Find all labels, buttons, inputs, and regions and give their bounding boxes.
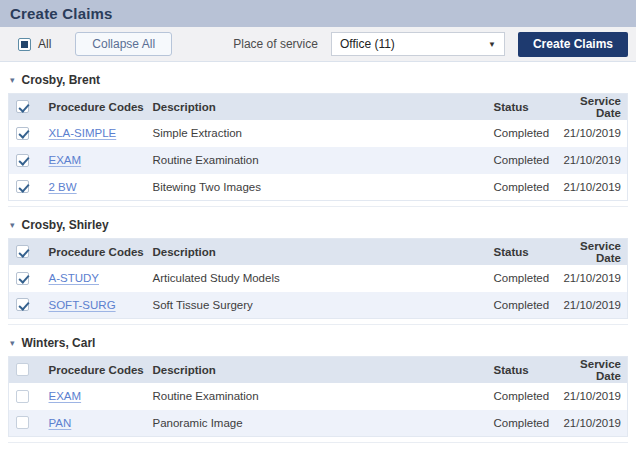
- procedure-service-date: 21/10/2019: [556, 383, 628, 410]
- claims-table: Procedure Codes Description Status Servi…: [8, 356, 628, 437]
- col-procedure-codes: Procedure Codes: [49, 239, 153, 265]
- collapse-all-button[interactable]: Collapse All: [75, 32, 172, 56]
- group-divider: [8, 324, 628, 325]
- patient-name: Crosby, Shirley: [22, 218, 109, 232]
- page-title: Create Claims: [10, 5, 113, 22]
- procedure-description: Soft Tissue Surgery: [153, 292, 494, 319]
- col-procedure-codes: Procedure Codes: [49, 94, 153, 120]
- col-procedure-codes: Procedure Codes: [49, 357, 153, 383]
- procedure-code-link[interactable]: EXAM: [49, 390, 82, 402]
- place-of-service-label: Place of service: [233, 37, 318, 51]
- procedure-status: Completed: [494, 292, 556, 319]
- col-status: Status: [494, 239, 556, 265]
- table-header-row: Procedure Codes Description Status Servi…: [9, 94, 628, 120]
- col-description: Description: [153, 239, 494, 265]
- claims-table: Procedure Codes Description Status Servi…: [8, 93, 628, 201]
- col-description: Description: [153, 94, 494, 120]
- procedure-status: Completed: [494, 383, 556, 410]
- select-all-label: All: [38, 37, 51, 51]
- procedure-status: Completed: [494, 265, 556, 292]
- row-checkbox[interactable]: [16, 416, 29, 429]
- patient-name: Winters, Carl: [22, 336, 96, 350]
- procedure-description: Routine Examination: [153, 383, 494, 410]
- procedure-code-link[interactable]: SOFT-SURG: [49, 299, 116, 311]
- procedure-description: Articulated Study Models: [153, 265, 494, 292]
- procedure-code-link[interactable]: A-STUDY: [49, 272, 99, 284]
- group-divider: [8, 206, 628, 207]
- place-of-service-value: Office (11): [340, 37, 488, 51]
- procedure-row: XLA-SIMPLE Simple Extraction Completed 2…: [9, 120, 628, 147]
- collapse-triangle-icon: ▾: [10, 76, 15, 85]
- row-checkbox[interactable]: [16, 154, 29, 167]
- col-status: Status: [494, 357, 556, 383]
- procedure-status: Completed: [494, 120, 556, 147]
- group-header[interactable]: ▾ Crosby, Brent: [10, 73, 628, 87]
- group-header[interactable]: ▾ Winters, Carl: [10, 336, 628, 350]
- procedure-status: Completed: [494, 410, 556, 437]
- procedure-description: Routine Examination: [153, 147, 494, 174]
- patient-group: ▾ Crosby, Brent Procedure Codes Descript…: [8, 73, 628, 207]
- col-status: Status: [494, 94, 556, 120]
- procedure-description: Bitewing Two Images: [153, 174, 494, 201]
- collapse-triangle-icon: ▾: [10, 339, 15, 348]
- procedure-code-link[interactable]: XLA-SIMPLE: [49, 127, 117, 139]
- procedure-row: EXAM Routine Examination Completed 21/10…: [9, 147, 628, 174]
- procedure-service-date: 21/10/2019: [556, 410, 628, 437]
- group-divider: [8, 442, 628, 443]
- claims-table: Procedure Codes Description Status Servi…: [8, 238, 628, 319]
- col-service-date: Service Date: [556, 357, 628, 383]
- procedure-status: Completed: [494, 147, 556, 174]
- procedure-row: A-STUDY Articulated Study Models Complet…: [9, 265, 628, 292]
- place-of-service-select[interactable]: Office (11) ▼: [331, 32, 505, 56]
- claims-groups: ▾ Crosby, Brent Procedure Codes Descript…: [0, 73, 636, 443]
- row-checkbox[interactable]: [16, 390, 29, 403]
- procedure-code-link[interactable]: EXAM: [49, 154, 82, 166]
- group-header[interactable]: ▾ Crosby, Shirley: [10, 218, 628, 232]
- col-service-date: Service Date: [556, 94, 628, 120]
- procedure-code-link[interactable]: PAN: [49, 417, 72, 429]
- patient-name: Crosby, Brent: [22, 73, 100, 87]
- procedure-description: Panoramic Image: [153, 410, 494, 437]
- procedure-description: Simple Extraction: [153, 120, 494, 147]
- procedure-row: 2 BW Bitewing Two Images Completed 21/10…: [9, 174, 628, 201]
- procedure-code-link[interactable]: 2 BW: [49, 181, 77, 193]
- procedure-service-date: 21/10/2019: [556, 174, 628, 201]
- procedure-service-date: 21/10/2019: [556, 265, 628, 292]
- toolbar: All Collapse All Place of service Office…: [0, 27, 636, 62]
- table-header-row: Procedure Codes Description Status Servi…: [9, 357, 628, 383]
- procedure-status: Completed: [494, 174, 556, 201]
- col-service-date: Service Date: [556, 239, 628, 265]
- procedure-service-date: 21/10/2019: [556, 120, 628, 147]
- create-claims-button[interactable]: Create Claims: [518, 32, 628, 57]
- group-select-all-checkbox[interactable]: [16, 100, 29, 113]
- row-checkbox[interactable]: [16, 127, 29, 140]
- dropdown-arrow-icon: ▼: [488, 40, 496, 49]
- group-select-all-checkbox[interactable]: [16, 363, 29, 376]
- select-all-checkbox[interactable]: [18, 38, 31, 51]
- select-all-control[interactable]: All: [18, 37, 51, 51]
- row-checkbox[interactable]: [16, 272, 29, 285]
- patient-group: ▾ Crosby, Shirley Procedure Codes Descri…: [8, 218, 628, 325]
- procedure-service-date: 21/10/2019: [556, 147, 628, 174]
- procedure-row: SOFT-SURG Soft Tissue Surgery Completed …: [9, 292, 628, 319]
- row-checkbox[interactable]: [16, 298, 29, 311]
- procedure-service-date: 21/10/2019: [556, 292, 628, 319]
- patient-group: ▾ Winters, Carl Procedure Codes Descript…: [8, 336, 628, 443]
- procedure-row: PAN Panoramic Image Completed 21/10/2019: [9, 410, 628, 437]
- group-select-all-checkbox[interactable]: [16, 245, 29, 258]
- col-description: Description: [153, 357, 494, 383]
- page-title-bar: Create Claims: [0, 0, 636, 27]
- collapse-triangle-icon: ▾: [10, 221, 15, 230]
- table-header-row: Procedure Codes Description Status Servi…: [9, 239, 628, 265]
- procedure-row: EXAM Routine Examination Completed 21/10…: [9, 383, 628, 410]
- row-checkbox[interactable]: [16, 180, 29, 193]
